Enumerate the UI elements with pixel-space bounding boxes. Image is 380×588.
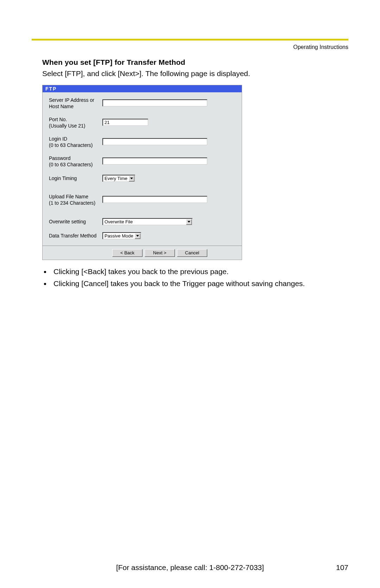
section-title: When you set [FTP] for Transfer Method <box>42 58 347 67</box>
back-button[interactable]: < Back <box>112 249 142 257</box>
svg-marker-0 <box>130 178 133 179</box>
login-timing-value: Every Time <box>104 176 127 181</box>
row-overwrite: Overwrite setting Overwrite File <box>49 215 239 229</box>
chevron-down-icon <box>186 219 192 225</box>
row-password: Password(0 to 63 Characters) <box>49 152 239 171</box>
data-method-value: Passive Mode <box>104 233 133 239</box>
header-accent-bar <box>32 39 348 41</box>
data-method-select[interactable]: Passive Mode <box>102 232 141 239</box>
ftp-settings-panel: FTP Server IP Address or Host Name Port … <box>42 85 242 260</box>
section-subtext: Select [FTP], and click [Next>]. The fol… <box>42 69 347 79</box>
upload-file-input[interactable] <box>102 196 207 203</box>
row-data-method: Data Transfer Method Passive Mode <box>49 229 239 246</box>
label-server-host: Server IP Address or Host Name <box>49 97 102 110</box>
page-number: 107 <box>336 563 348 572</box>
label-login-timing: Login Timing <box>49 175 102 182</box>
footer-assistance: [For assistance, please call: 1-800-272-… <box>116 563 264 572</box>
label-upload-file: Upload File Name(1 to 234 Characters) <box>49 194 102 206</box>
svg-marker-2 <box>136 235 139 237</box>
chevron-down-icon <box>135 233 140 239</box>
row-server-host: Server IP Address or Host Name <box>49 94 239 113</box>
label-login-id: Login ID(0 to 63 Characters) <box>49 136 102 148</box>
cancel-button[interactable]: Cancel <box>177 249 207 257</box>
overwrite-select[interactable]: Overwrite File <box>102 218 192 225</box>
row-port: Port No.(Usually Use 21) 21 <box>49 113 239 132</box>
server-host-input[interactable] <box>102 99 207 106</box>
label-data-method: Data Transfer Method <box>49 233 102 239</box>
header-label: Operating Instructions <box>32 44 348 50</box>
port-input[interactable]: 21 <box>102 119 148 126</box>
overwrite-value: Overwrite File <box>104 219 133 224</box>
login-timing-select[interactable]: Every Time <box>102 175 135 182</box>
password-input[interactable] <box>102 157 207 165</box>
row-login-id: Login ID(0 to 63 Characters) <box>49 132 239 152</box>
next-button[interactable]: Next > <box>145 249 175 257</box>
login-id-input[interactable] <box>102 138 207 145</box>
notes-list: Clicking [<Back] takes you back to the p… <box>42 266 347 289</box>
ftp-panel-title: FTP <box>43 85 242 92</box>
panel-divider <box>43 246 242 246</box>
chevron-down-icon <box>129 176 134 181</box>
list-item: Clicking [<Back] takes you back to the p… <box>51 266 347 277</box>
label-password: Password(0 to 63 Characters) <box>49 155 102 168</box>
row-login-timing: Login Timing Every Time <box>49 171 239 185</box>
label-port: Port No.(Usually Use 21) <box>49 117 102 129</box>
svg-marker-1 <box>188 221 190 223</box>
row-upload-file: Upload File Name(1 to 234 Characters) <box>49 185 239 215</box>
label-overwrite: Overwrite setting <box>49 219 102 225</box>
list-item: Clicking [Cancel] takes you back to the … <box>51 278 347 289</box>
